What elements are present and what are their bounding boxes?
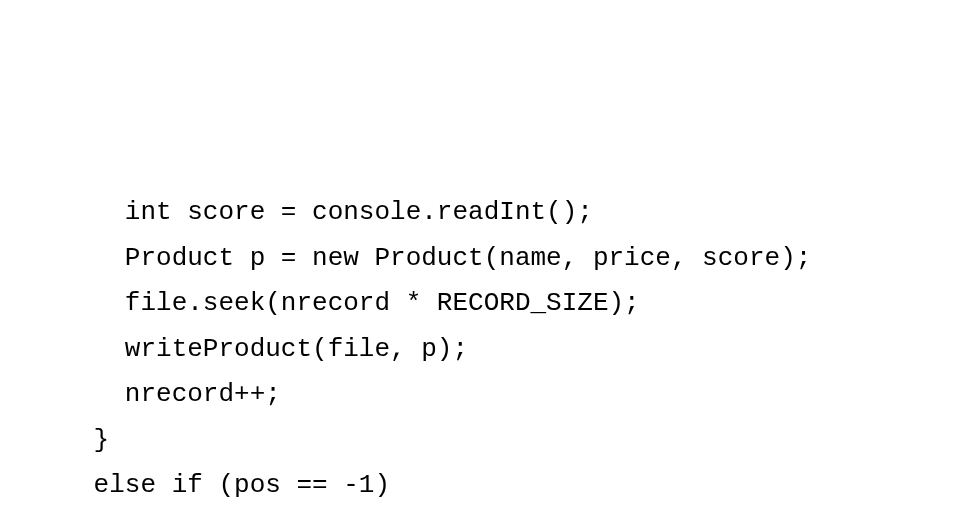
code-block: int score = console.readInt(); Product p… xyxy=(0,182,959,512)
